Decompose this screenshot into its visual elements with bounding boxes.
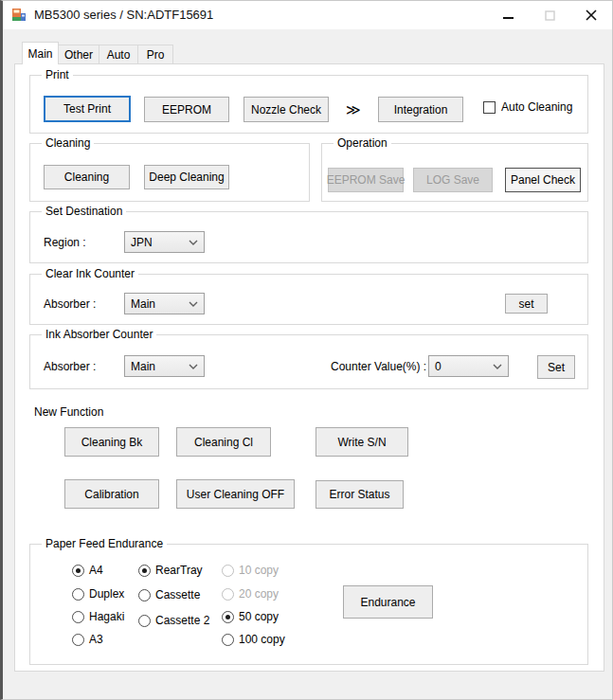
tab-main[interactable]: Main	[22, 42, 59, 64]
chevron-down-icon	[189, 364, 198, 369]
radio-cassette-icon	[138, 589, 151, 601]
clear-absorber-label: Absorber :	[44, 297, 96, 311]
operation-group-title: Operation	[334, 136, 391, 150]
cleaning-cl-button[interactable]: Cleaning Cl	[176, 427, 271, 457]
ink-absorber-set-button[interactable]: Set	[537, 355, 575, 379]
cleaning-group: Cleaning Cleaning Deep Cleaning	[29, 143, 310, 202]
tab-auto[interactable]: Auto	[99, 45, 138, 64]
radio-100-copy[interactable]: 100 copy	[222, 633, 285, 646]
window-controls	[487, 1, 612, 29]
maximize-button	[529, 1, 570, 29]
clear-absorber-dropdown-value: Main	[131, 297, 155, 311]
radio-reartray-label: RearTray	[155, 564, 203, 577]
counter-value-dropdown[interactable]: 0	[428, 355, 509, 377]
cleaning-bk-button[interactable]: Cleaning Bk	[64, 427, 159, 457]
radio-50-copy[interactable]: 50 copy	[222, 610, 279, 623]
radio-a3[interactable]: A3	[72, 633, 103, 646]
chevron-down-icon	[493, 364, 502, 369]
region-dropdown[interactable]: JPN	[124, 231, 205, 253]
chevron-down-icon	[189, 240, 198, 245]
radio-50-copy-icon	[222, 611, 234, 623]
eeprom-button[interactable]: EEPROM	[144, 97, 229, 122]
app-icon	[11, 8, 27, 23]
maximize-icon	[545, 10, 555, 21]
paper-feed-endurance-group: Paper Feed Endurance A4 Duplex Hagaki A3…	[29, 544, 588, 665]
double-chevron-right-icon: ≫	[346, 101, 361, 118]
minimize-button[interactable]	[487, 1, 529, 29]
radio-100-copy-label: 100 copy	[239, 633, 285, 646]
absorber-dropdown[interactable]: Main	[124, 355, 205, 377]
radio-hagaki-icon	[72, 611, 84, 623]
tab-other[interactable]: Other	[58, 45, 99, 64]
radio-20-copy-label: 20 copy	[239, 587, 279, 601]
radio-a4[interactable]: A4	[72, 564, 103, 577]
service-tool-window: MB5300 series / SN:ADTF15691 Main Other …	[0, 0, 613, 700]
radio-10-copy-label: 10 copy	[239, 564, 279, 577]
close-button[interactable]	[570, 1, 612, 29]
cleaning-button[interactable]: Cleaning	[44, 165, 130, 189]
chevron-down-icon	[189, 301, 198, 307]
region-dropdown-value: JPN	[131, 236, 153, 249]
counter-value-label: Counter Value(%) :	[331, 360, 426, 373]
eeprom-save-button: EEPROM Save	[328, 168, 404, 192]
radio-cassette2[interactable]: Cassette 2	[138, 614, 209, 627]
auto-cleaning-label: Auto Cleaning	[501, 100, 572, 114]
radio-20-copy: 20 copy	[222, 587, 279, 601]
radio-10-copy: 10 copy	[222, 564, 279, 577]
title-bar: MB5300 series / SN:ADTF15691	[3, 1, 612, 29]
radio-10-copy-icon	[222, 565, 234, 577]
radio-a3-icon	[72, 634, 84, 646]
radio-cassette-label: Cassette	[155, 588, 200, 601]
radio-cassette2-icon	[138, 615, 151, 627]
user-cleaning-off-button[interactable]: User Cleaning OFF	[176, 479, 295, 509]
clear-ink-set-button[interactable]: set	[505, 294, 548, 314]
radio-cassette[interactable]: Cassette	[138, 588, 200, 601]
error-status-button[interactable]: Error Status	[316, 480, 404, 509]
radio-20-copy-icon	[222, 588, 234, 601]
nozzle-check-button[interactable]: Nozzle Check	[243, 97, 329, 122]
radio-hagaki-label: Hagaki	[89, 610, 124, 623]
tab-pro[interactable]: Pro	[137, 45, 173, 64]
deep-cleaning-button[interactable]: Deep Cleaning	[144, 165, 229, 189]
radio-hagaki[interactable]: Hagaki	[72, 610, 124, 623]
print-group-title: Print	[42, 68, 73, 81]
paper-feed-endurance-group-title: Paper Feed Endurance	[42, 537, 167, 550]
radio-reartray-icon	[138, 565, 151, 577]
print-group: Print Test Print EEPROM Nozzle Check ≫ I…	[29, 75, 588, 134]
minimize-icon	[503, 10, 514, 21]
radio-100-copy-icon	[222, 634, 234, 646]
panel-check-button[interactable]: Panel Check	[505, 168, 581, 192]
cleaning-group-title: Cleaning	[42, 136, 94, 150]
radio-duplex-icon	[72, 588, 84, 601]
integration-button[interactable]: Integration	[378, 97, 463, 122]
radio-reartray[interactable]: RearTray	[138, 564, 203, 577]
log-save-button: LOG Save	[413, 168, 493, 192]
endurance-button[interactable]: Endurance	[343, 585, 433, 619]
radio-cassette2-label: Cassette 2	[155, 614, 209, 627]
operation-group: Operation EEPROM Save LOG Save Panel Che…	[321, 143, 588, 202]
radio-duplex-label: Duplex	[89, 587, 124, 601]
radio-a4-icon	[72, 565, 84, 577]
clear-ink-counter-group: Clear Ink Counter Absorber : Main set	[29, 274, 588, 325]
test-print-button[interactable]: Test Print	[44, 96, 131, 122]
radio-50-copy-label: 50 copy	[239, 610, 279, 623]
close-icon	[586, 9, 597, 21]
ink-absorber-counter-group-title: Ink Absorber Counter	[42, 328, 156, 341]
ink-absorber-counter-group: Ink Absorber Counter Absorber : Main Cou…	[29, 334, 588, 389]
absorber-dropdown-value: Main	[131, 360, 155, 373]
counter-value-dropdown-value: 0	[435, 360, 442, 373]
set-destination-group: Set Destination Region : JPN	[29, 211, 588, 263]
clear-ink-counter-group-title: Clear Ink Counter	[42, 267, 138, 280]
radio-a3-label: A3	[89, 633, 103, 646]
absorber-label: Absorber :	[44, 360, 96, 373]
write-sn-button[interactable]: Write S/N	[316, 427, 408, 457]
window-title: MB5300 series / SN:ADTF15691	[34, 8, 213, 22]
auto-cleaning-checkbox-row[interactable]: Auto Cleaning	[483, 100, 572, 114]
radio-duplex[interactable]: Duplex	[72, 587, 124, 601]
calibration-button[interactable]: Calibration	[64, 479, 159, 509]
region-label: Region :	[44, 236, 86, 249]
clear-absorber-dropdown[interactable]: Main	[124, 293, 205, 314]
auto-cleaning-checkbox[interactable]	[483, 101, 496, 114]
set-destination-group-title: Set Destination	[42, 205, 126, 218]
new-function-label: New Function	[34, 405, 103, 419]
